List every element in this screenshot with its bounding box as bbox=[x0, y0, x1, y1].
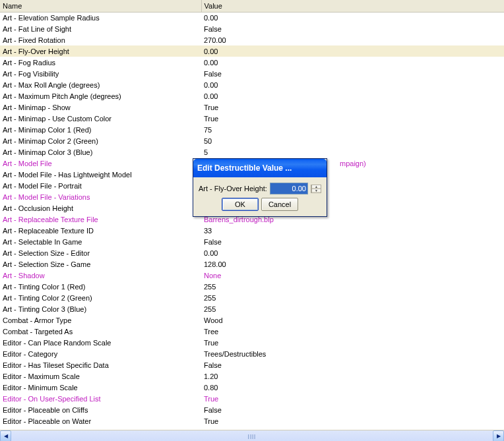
property-name-cell[interactable]: Art - Occlusion Height bbox=[0, 202, 201, 214]
property-name-cell[interactable]: Editor - On User-Specified List bbox=[0, 393, 201, 404]
table-row[interactable]: Art - Tinting Color 3 (Blue)255 bbox=[0, 303, 504, 314]
property-value-cell[interactable]: False bbox=[201, 236, 504, 247]
table-row[interactable]: Editor - Has Tileset Specific DataFalse bbox=[0, 359, 504, 370]
table-row[interactable]: Art - Selectable In GameFalse bbox=[0, 236, 504, 247]
property-value-cell[interactable]: 255 bbox=[201, 281, 504, 292]
property-value-cell[interactable]: 0.80 bbox=[201, 382, 504, 393]
table-row[interactable]: Editor - Placeable on CliffsFalse bbox=[0, 404, 504, 415]
property-name-cell[interactable]: Art - Tinting Color 2 (Green) bbox=[0, 292, 201, 303]
property-name-cell[interactable]: Art - Minimap - Show bbox=[0, 102, 201, 113]
property-value-cell[interactable]: Wood bbox=[201, 314, 504, 326]
property-name-cell[interactable]: Art - Fly-Over Height bbox=[0, 45, 201, 57]
property-name-cell[interactable]: Art - Tinting Color 1 (Red) bbox=[0, 281, 201, 292]
table-row[interactable]: Combat - Targeted AsTree bbox=[0, 326, 504, 337]
column-header-name[interactable]: Name bbox=[0, 0, 201, 12]
table-row[interactable]: Art - Minimap - Use Custom ColorTrue bbox=[0, 113, 504, 124]
property-name-cell[interactable]: Art - Fat Line of Sight bbox=[0, 23, 201, 34]
property-name-cell[interactable]: Editor - Maximum Scale bbox=[0, 370, 201, 382]
property-value-cell[interactable]: 0.00 bbox=[201, 79, 504, 90]
property-name-cell[interactable]: Art - Maximum Pitch Angle (degrees) bbox=[0, 90, 201, 102]
property-name-cell[interactable]: Combat - Armor Type bbox=[0, 314, 201, 326]
property-value-cell[interactable]: 1.20 bbox=[201, 370, 504, 382]
property-value-cell[interactable]: 5 bbox=[201, 146, 504, 158]
property-value-cell[interactable]: True bbox=[201, 337, 504, 348]
property-value-cell[interactable]: False bbox=[201, 23, 504, 34]
property-name-cell[interactable]: Art - Model File - Has Lightweight Model bbox=[0, 169, 201, 180]
property-value-cell[interactable]: 255 bbox=[201, 292, 504, 303]
table-row[interactable]: Art - Max Roll Angle (degrees)0.00 bbox=[0, 79, 504, 90]
property-value-cell[interactable]: True bbox=[201, 102, 504, 113]
table-row[interactable]: Art - Tinting Color 2 (Green)255 bbox=[0, 292, 504, 303]
property-name-cell[interactable]: Editor - Placeable on Water bbox=[0, 415, 201, 426]
table-row[interactable]: Editor - Maximum Scale1.20 bbox=[0, 370, 504, 382]
table-row[interactable]: Art - Fog Radius0.00 bbox=[0, 57, 504, 68]
property-name-cell[interactable]: Art - Model File - Variations bbox=[0, 191, 201, 202]
scroll-right-arrow[interactable]: ▶ bbox=[493, 430, 504, 442]
property-name-cell[interactable]: Art - Model File bbox=[0, 158, 201, 169]
table-row[interactable]: Art - Minimap - ShowTrue bbox=[0, 102, 504, 113]
property-name-cell[interactable]: Art - Model File - Portrait bbox=[0, 180, 201, 191]
property-value-cell[interactable]: 50 bbox=[201, 135, 504, 146]
property-name-cell[interactable]: Art - Elevation Sample Radius bbox=[0, 12, 201, 23]
property-value-cell[interactable]: 75 bbox=[201, 124, 504, 135]
table-row[interactable]: Art - Elevation Sample Radius0.00 bbox=[0, 12, 504, 23]
property-name-cell[interactable]: Art - Minimap Color 3 (Blue) bbox=[0, 146, 201, 158]
table-row[interactable]: Art - Minimap Color 2 (Green)50 bbox=[0, 135, 504, 146]
table-row[interactable]: Art - Fog VisibilityFalse bbox=[0, 68, 504, 79]
property-name-cell[interactable]: Art - Replaceable Texture File bbox=[0, 214, 201, 225]
property-name-cell[interactable]: Art - Max Roll Angle (degrees) bbox=[0, 79, 201, 90]
property-name-cell[interactable]: Art - Minimap - Use Custom Color bbox=[0, 113, 201, 124]
value-input[interactable] bbox=[270, 183, 307, 194]
property-name-cell[interactable]: Art - Fog Visibility bbox=[0, 68, 201, 79]
property-value-cell[interactable]: False bbox=[201, 68, 504, 79]
table-row[interactable]: Editor - Placeable on WaterTrue bbox=[0, 415, 504, 426]
property-value-cell[interactable]: 0.00 bbox=[201, 247, 504, 258]
property-value-cell[interactable]: False bbox=[201, 359, 504, 370]
table-row[interactable]: Art - Fly-Over Height0.00 bbox=[0, 45, 504, 57]
property-name-cell[interactable]: Art - Selection Size - Game bbox=[0, 258, 201, 270]
cancel-button[interactable]: Cancel bbox=[261, 198, 298, 211]
table-row[interactable]: Art - Minimap Color 3 (Blue)5 bbox=[0, 146, 504, 158]
property-name-cell[interactable]: Combat - Targeted As bbox=[0, 326, 201, 337]
property-name-cell[interactable]: Art - Selection Size - Editor bbox=[0, 247, 201, 258]
property-name-cell[interactable]: Editor - Minimum Scale bbox=[0, 382, 201, 393]
property-value-cell[interactable]: 128.00 bbox=[201, 258, 504, 270]
horizontal-scrollbar[interactable]: ◀ |||| ▶ bbox=[0, 430, 504, 441]
table-row[interactable]: Art - Fixed Rotation270.00 bbox=[0, 34, 504, 45]
property-value-cell[interactable]: None bbox=[201, 270, 504, 281]
property-name-cell[interactable]: Art - Replaceable Texture ID bbox=[0, 225, 201, 236]
property-name-cell[interactable]: Art - Selectable In Game bbox=[0, 236, 201, 247]
property-value-cell[interactable]: False bbox=[201, 404, 504, 415]
table-row[interactable]: Editor - Can Place Random ScaleTrue bbox=[0, 337, 504, 348]
table-row[interactable]: Editor - Minimum Scale0.80 bbox=[0, 382, 504, 393]
property-name-cell[interactable]: Editor - Category bbox=[0, 348, 201, 359]
spinner-down-button[interactable]: ▼ bbox=[311, 189, 321, 193]
ok-button[interactable]: OK bbox=[222, 198, 259, 211]
table-row[interactable]: Art - Minimap Color 1 (Red)75 bbox=[0, 124, 504, 135]
property-name-cell[interactable]: Art - Shadow bbox=[0, 270, 201, 281]
table-row[interactable]: Art - Replaceable Texture ID33 bbox=[0, 225, 504, 236]
property-value-cell[interactable]: 0.00 bbox=[201, 45, 504, 57]
property-value-cell[interactable]: 0.00 bbox=[201, 57, 504, 68]
property-value-cell[interactable]: 0.00 bbox=[201, 90, 504, 102]
property-value-cell[interactable]: True bbox=[201, 113, 504, 124]
property-value-cell[interactable]: 255 bbox=[201, 303, 504, 314]
dialog-titlebar[interactable]: Edit Destructible Value ... bbox=[193, 159, 327, 177]
table-row[interactable]: Art - Selection Size - Editor0.00 bbox=[0, 247, 504, 258]
table-row[interactable]: Art - Fat Line of SightFalse bbox=[0, 23, 504, 34]
property-value-cell[interactable]: 33 bbox=[201, 225, 504, 236]
column-header-value[interactable]: Value bbox=[201, 0, 504, 12]
table-row[interactable]: Art - ShadowNone bbox=[0, 270, 504, 281]
table-row[interactable]: Combat - Armor TypeWood bbox=[0, 314, 504, 326]
property-name-cell[interactable]: Art - Minimap Color 1 (Red) bbox=[0, 124, 201, 135]
property-value-cell[interactable]: 0.00 bbox=[201, 12, 504, 23]
scroll-track[interactable]: |||| bbox=[11, 430, 493, 442]
property-value-cell[interactable]: True bbox=[201, 393, 504, 404]
property-value-cell[interactable]: True bbox=[201, 415, 504, 426]
table-row[interactable]: Art - Tinting Color 1 (Red)255 bbox=[0, 281, 504, 292]
property-name-cell[interactable]: Art - Tinting Color 3 (Blue) bbox=[0, 303, 201, 314]
table-row[interactable]: Art - Selection Size - Game128.00 bbox=[0, 258, 504, 270]
property-value-cell[interactable]: Trees/Destructibles bbox=[201, 348, 504, 359]
property-name-cell[interactable]: Art - Fixed Rotation bbox=[0, 34, 201, 45]
property-name-cell[interactable]: Editor - Has Tileset Specific Data bbox=[0, 359, 201, 370]
